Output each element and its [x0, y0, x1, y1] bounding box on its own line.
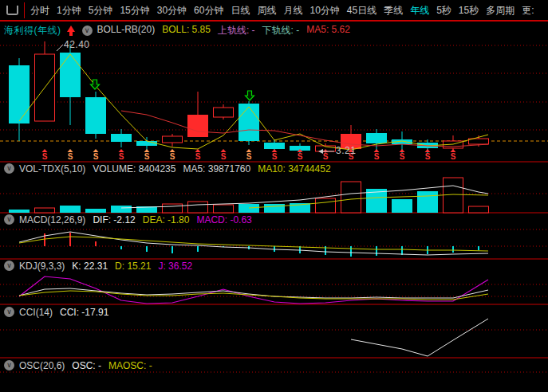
macd-indicator-segment: DEA: -1.80 — [143, 214, 190, 225]
kdj-indicator-segment: J: 36.52 — [158, 261, 192, 272]
period-toolbar: 分时1分钟5分钟15分钟30分钟60分钟日线周线月线10分钟45日线季线年线5秒… — [0, 0, 548, 21]
dividend-mark-icon: S — [374, 152, 380, 161]
candle-body — [9, 65, 30, 123]
chevron-down-icon[interactable]: ∨ — [4, 261, 14, 271]
vol-indicator-segment: VOLUME: 8404235 — [93, 163, 175, 174]
period-tab-6[interactable]: 60分钟 — [194, 4, 223, 18]
toolbar-divider-line — [24, 2, 25, 18]
period-tab-16[interactable]: 多周期 — [486, 4, 514, 18]
dividend-mark-icon: S — [272, 152, 278, 161]
period-tab-13[interactable]: 年线 — [410, 4, 429, 18]
volume-bar — [417, 191, 438, 213]
dividend-mark-icon: S — [119, 152, 124, 161]
volume-bar — [239, 204, 259, 213]
cci-indicator-segment: CCI(14) — [19, 307, 53, 318]
period-tab-15[interactable]: 15秒 — [459, 4, 479, 18]
main-indicator-segment: BOLL: 5.85 — [162, 24, 211, 37]
candle-body — [136, 141, 157, 146]
macd-dif-line — [19, 232, 488, 255]
dividend-mark-icon: S — [400, 152, 405, 161]
candle-body — [111, 134, 132, 142]
volume-bar — [341, 182, 361, 213]
main-indicator-bar: 海利得(年线) ∨ BOLL-RB(20)BOLL: 5.85上轨线: -下轨线… — [4, 25, 357, 37]
dividend-mark-icon: S — [195, 152, 201, 161]
dividend-mark-icon: S — [144, 152, 150, 161]
chevron-down-icon[interactable]: ∨ — [4, 307, 14, 317]
chevron-down-icon[interactable]: ∨ — [82, 25, 93, 36]
period-tab-5[interactable]: 30分钟 — [157, 4, 187, 18]
main-indicator-segment: MA5: 5.62 — [306, 24, 350, 37]
period-tab-3[interactable]: 5分钟 — [89, 4, 113, 18]
osc-indicator-segment: OSC(20,6) — [19, 360, 65, 371]
main-indicator-segment: BOLL-RB(20) — [97, 24, 156, 37]
volume-bar — [214, 205, 234, 213]
cci-line — [351, 319, 488, 356]
dividend-mark-icon: S — [298, 152, 303, 161]
main-indicator-segment: 上轨线: - — [218, 24, 255, 37]
volume-bar — [392, 199, 412, 213]
period-tabs: 分时1分钟5分钟15分钟30分钟60分钟日线周线月线10分钟45日线季线年线5秒… — [30, 4, 542, 18]
macd-indicator-segment: DIF: -2.12 — [93, 214, 135, 225]
osc-indicator-segment: MAOSC: - — [108, 360, 152, 371]
period-tab-2[interactable]: 1分钟 — [57, 4, 81, 18]
kdj-indicator-bar: ∨ KDJ(9,3,3)K: 22.31D: 15.21J: 36.52 — [4, 260, 199, 272]
cci-indicator-segment: CCI: -17.91 — [60, 307, 108, 318]
osc-indicator-values: OSC(20,6)OSC: -MAOSC: - — [19, 360, 160, 371]
candle-body — [187, 115, 208, 137]
chevron-down-icon[interactable]: ∨ — [4, 163, 14, 174]
period-tab-12[interactable]: 季线 — [384, 4, 403, 18]
macd-indicator-values: MACD(12,26,9)DIF: -2.12DEA: -1.80MACD: -… — [19, 214, 259, 225]
period-tab-17[interactable]: 更: — [522, 4, 534, 18]
main-indicator-segment: 下轨线: - — [262, 24, 300, 37]
vol-indicator-values: VOL-TDX(5,10)VOLUME: 8404235MA5: 3987176… — [19, 163, 338, 174]
dividend-mark-icon: S — [93, 152, 99, 161]
volume-bar — [188, 202, 208, 213]
period-tab-9[interactable]: 月线 — [283, 4, 302, 18]
price-annotation-2: 3.21 — [336, 145, 356, 156]
period-tab-8[interactable]: 周线 — [257, 4, 276, 18]
dividend-mark-icon: S — [451, 152, 456, 161]
chevron-down-icon[interactable]: ∨ — [4, 214, 14, 225]
volume-bar — [9, 210, 30, 213]
candle-body — [264, 143, 285, 149]
dividend-mark-icon: S — [170, 152, 175, 161]
period-tab-10[interactable]: 10分钟 — [309, 4, 339, 18]
macd-indicator-segment: MACD(12,26,9) — [19, 214, 85, 225]
dividend-mark-icon: S — [68, 152, 73, 161]
candle-body — [239, 104, 259, 141]
kdj-indicator-segment: KDJ(9,3,3) — [19, 261, 65, 272]
candle-body — [85, 97, 106, 134]
volume-bar — [163, 204, 183, 213]
macd-indicator-bar: ∨ MACD(12,26,9)DIF: -2.12DEA: -1.80MACD:… — [4, 214, 259, 225]
dividend-mark-icon: S — [425, 152, 431, 161]
dividend-mark-icon: S — [221, 152, 227, 161]
volume-bar — [85, 209, 106, 213]
volume-bar — [60, 206, 81, 213]
stock-title: 海利得(年线) — [4, 24, 61, 37]
sell-signal-arrow-icon — [246, 91, 254, 100]
period-tab-4[interactable]: 15分钟 — [120, 4, 149, 18]
price-annotation-1: 42.40 — [64, 39, 90, 50]
volume-bar — [111, 206, 132, 213]
period-tab-1[interactable]: 分时 — [30, 4, 49, 18]
vol-indicator-segment: MA10: 34744452 — [258, 163, 330, 174]
period-tab-7[interactable]: 日线 — [231, 4, 250, 18]
candle-body — [60, 53, 81, 97]
cci-indicator-values: CCI(14)CCI: -17.91 — [19, 307, 116, 318]
volume-bar — [264, 204, 285, 213]
macd-dea-line — [19, 237, 488, 251]
candle-body — [163, 136, 183, 143]
vol-indicator-segment: MA5: 39871760 — [183, 163, 250, 174]
period-tab-14[interactable]: 5秒 — [436, 4, 451, 18]
vol-indicator-bar: ∨ VOL-TDX(5,10)VOLUME: 8404235MA5: 39871… — [4, 163, 338, 174]
osc-indicator-segment: OSC: - — [72, 360, 101, 371]
candle-body — [366, 133, 387, 143]
kdj-indicator-values: KDJ(9,3,3)K: 22.31D: 15.21J: 36.52 — [19, 261, 199, 272]
charts-canvas: SSSSSSSSSSSSSSSSS — [0, 0, 548, 392]
window-icon[interactable] — [6, 6, 18, 15]
chevron-down-icon[interactable]: ∨ — [4, 360, 14, 370]
macd-indicator-segment: MACD: -0.63 — [196, 214, 251, 225]
kdj-indicator-segment: K: 22.31 — [72, 261, 108, 272]
tdx-app-window: 分时1分钟5分钟15分钟30分钟60分钟日线周线月线10分钟45日线季线年线5秒… — [0, 0, 548, 392]
period-tab-11[interactable]: 45日线 — [347, 4, 377, 18]
